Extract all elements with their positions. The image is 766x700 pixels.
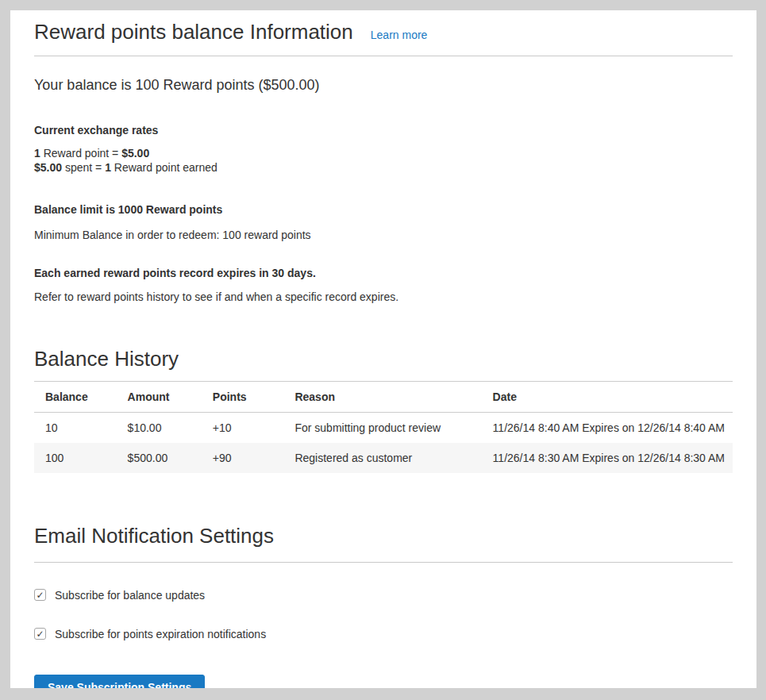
balance-updates-checkbox-label[interactable]: Subscribe for balance updates	[55, 589, 205, 602]
rate-points-value: 1	[105, 161, 111, 174]
page-header: Reward points balance Information Learn …	[34, 20, 733, 56]
exchange-rates-heading: Current exchange rates	[34, 124, 733, 137]
cell-points: +10	[202, 413, 284, 444]
rate-points-value: 1	[34, 147, 40, 160]
table-header-row: Balance Amount Points Reason Date	[34, 382, 733, 413]
rate-money-value: $5.00	[34, 161, 62, 174]
rate-text: spent =	[62, 161, 105, 174]
balance-updates-checkbox[interactable]: ✓	[34, 589, 46, 601]
cell-balance: 10	[34, 413, 117, 444]
email-notification-heading: Email Notification Settings	[34, 524, 733, 548]
cell-reason: Registered as customer	[283, 443, 481, 473]
learn-more-link[interactable]: Learn more	[371, 29, 428, 41]
checkmark-icon: ✓	[36, 590, 44, 600]
expiration-notifications-checkbox[interactable]: ✓	[34, 628, 46, 640]
cell-date: 11/26/14 8:40 AM Expires on 12/26/14 8:4…	[482, 413, 733, 444]
email-notification-header: Email Notification Settings	[34, 524, 733, 562]
cell-amount: $500.00	[117, 443, 202, 473]
exchange-rates: 1 Reward point = $5.00 $5.00 spent = 1 R…	[34, 146, 733, 175]
reward-points-panel: Reward points balance Information Learn …	[10, 10, 756, 688]
table-row: 10 $10.00 +10 For submitting product rev…	[34, 413, 733, 444]
balance-history-heading: Balance History	[34, 347, 733, 371]
expiry-heading: Each earned reward points record expires…	[34, 267, 733, 279]
minimum-balance-text: Minimum Balance in order to redeem: 100 …	[34, 229, 733, 241]
exchange-rate-line-2: $5.00 spent = 1 Reward point earned	[34, 160, 733, 175]
cell-reason: For submitting product review	[283, 413, 481, 444]
balance-summary: Your balance is 100 Reward points ($500.…	[34, 77, 733, 94]
checkmark-icon: ✓	[36, 629, 44, 639]
rate-text: Reward point earned	[111, 161, 217, 174]
balance-history-table: Balance Amount Points Reason Date 10 $10…	[34, 381, 733, 473]
expiry-note: Refer to reward points history to see if…	[34, 290, 733, 303]
cell-points: +90	[202, 443, 284, 473]
column-header-date: Date	[482, 382, 733, 413]
cell-amount: $10.00	[117, 413, 202, 444]
rate-money-value: $5.00	[121, 147, 149, 160]
expiration-notifications-checkbox-label[interactable]: Subscribe for points expiration notifica…	[55, 628, 266, 640]
column-header-amount: Amount	[117, 382, 202, 413]
column-header-reason: Reason	[283, 382, 481, 413]
cell-date: 11/26/14 8:30 AM Expires on 12/26/14 8:3…	[482, 443, 733, 473]
exchange-rate-line-1: 1 Reward point = $5.00	[34, 146, 733, 160]
column-header-balance: Balance	[34, 382, 117, 413]
table-row: 100 $500.00 +90 Registered as customer 1…	[34, 443, 733, 473]
page-title: Reward points balance Information	[34, 20, 353, 44]
rate-text: Reward point =	[40, 147, 121, 160]
column-header-points: Points	[202, 382, 284, 413]
subscribe-balance-updates-row: ✓ Subscribe for balance updates	[34, 589, 733, 602]
subscribe-expiration-notifications-row: ✓ Subscribe for points expiration notifi…	[34, 628, 733, 640]
cell-balance: 100	[34, 443, 117, 473]
balance-limit-text: Balance limit is 1000 Reward points	[34, 203, 733, 216]
save-subscription-settings-button[interactable]: Save Subscription Settings	[34, 675, 205, 688]
